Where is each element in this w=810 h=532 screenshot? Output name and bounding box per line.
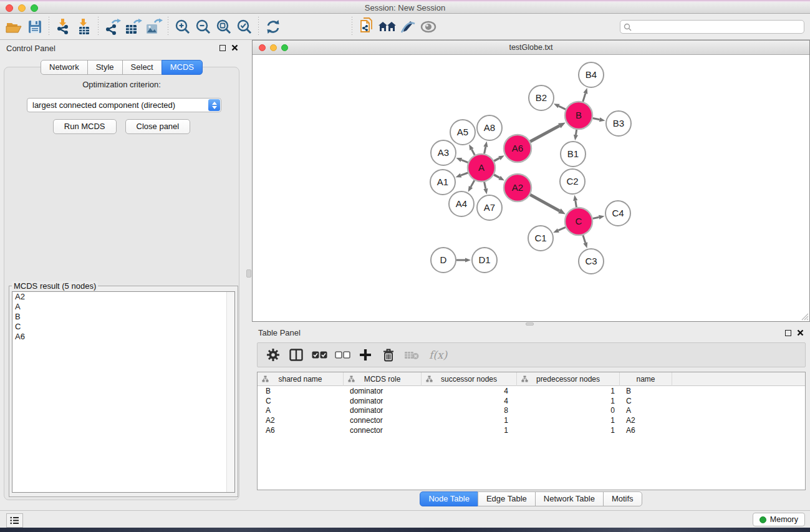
zoom-fit-button[interactable] [213,16,234,37]
result-item[interactable]: A6 [12,332,234,342]
select-all-rows-button[interactable] [311,346,327,364]
close-panel-icon[interactable] [231,44,238,51]
graph-node-C1[interactable]: C1 [528,226,553,251]
graph-node-A4[interactable]: A4 [449,191,474,216]
vertical-splitter-handle[interactable] [246,269,251,278]
cell-name[interactable]: B [620,387,672,395]
cell-name[interactable]: C [620,397,672,405]
edge-C-C4[interactable] [593,217,599,218]
cell-mcds-role[interactable]: dominator [344,387,422,395]
result-item[interactable]: A2 [12,292,234,302]
cell-predecessor-nodes[interactable]: 1 [517,387,620,395]
table-row[interactable]: A2 connector 1 1 A2 [258,415,805,425]
graph-node-B4[interactable]: B4 [579,62,604,87]
export-network-button[interactable] [102,16,123,37]
cell-shared-name[interactable]: A2 [258,416,344,425]
float-panel-icon[interactable] [219,45,226,51]
graph-node-A7[interactable]: A7 [477,195,502,220]
tab-network[interactable]: Network [41,60,88,75]
graph-node-C4[interactable]: C4 [605,201,630,226]
close-table-panel-icon[interactable] [797,329,804,336]
graph-node-C2[interactable]: C2 [560,169,585,194]
cell-successor-nodes[interactable]: 1 [422,416,517,425]
cell-successor-nodes[interactable]: 1 [422,426,517,435]
toggle-graphics-details-button[interactable] [418,16,438,37]
cell-successor-nodes[interactable]: 8 [422,406,517,415]
result-item[interactable]: B [12,312,234,322]
open-session-button[interactable] [4,16,24,37]
edge-A-A7[interactable] [485,182,486,189]
cell-name[interactable]: A [620,406,672,415]
result-item[interactable]: A [12,302,234,312]
graph-node-C[interactable]: C [565,208,592,235]
result-scrollbar[interactable] [226,292,234,492]
hide-annotations-button[interactable] [397,16,418,37]
tab-edge-table[interactable]: Edge Table [478,491,536,506]
float-table-panel-icon[interactable] [785,330,791,336]
graph-node-B2[interactable]: B2 [529,85,554,110]
graph-node-B3[interactable]: B3 [606,111,631,136]
graph-node-C3[interactable]: C3 [579,249,604,274]
close-panel-button[interactable]: Close panel [125,119,191,134]
show-log-button[interactable] [6,513,23,528]
graph-node-D[interactable]: D [431,248,456,273]
edge-A-A6[interactable] [494,158,499,162]
edge-B-B2[interactable] [559,106,566,109]
edge-A6-B[interactable] [530,126,559,142]
graph-node-B1[interactable]: B1 [561,142,586,167]
criterion-dropdown[interactable]: largest connected component (directed) [27,98,221,112]
run-mcds-button[interactable]: Run MCDS [53,119,117,134]
tab-mcds[interactable]: MCDS [162,60,203,75]
column-header-mcds-role[interactable]: MCDS role [344,372,422,386]
edge-C-C2[interactable] [576,201,577,208]
edge-A-A3[interactable] [461,160,468,162]
cell-shared-name[interactable]: A [258,406,344,415]
cell-predecessor-nodes[interactable]: 1 [517,416,620,425]
graph-node-A8[interactable]: A8 [477,115,502,140]
table-row[interactable]: A6 connector 1 1 A6 [258,425,805,435]
cell-shared-name[interactable]: A6 [258,426,344,435]
cell-name[interactable]: A6 [620,426,672,435]
search-input[interactable] [632,21,804,32]
column-header-shared-name[interactable]: shared name [258,372,344,386]
table-row[interactable]: A dominator 8 0 A [258,406,805,416]
tab-network-table[interactable]: Network Table [535,491,604,506]
graph-node-B[interactable]: B [565,102,592,129]
edge-B-B3[interactable] [593,118,600,120]
graph-node-A3[interactable]: A3 [431,140,456,165]
cell-mcds-role[interactable]: connector [344,416,422,425]
split-view-button[interactable] [288,346,304,364]
graph-node-A1[interactable]: A1 [430,170,455,195]
cell-mcds-role[interactable]: dominator [344,406,422,415]
export-image-button[interactable] [143,16,164,37]
edge-A-A4[interactable] [471,180,475,187]
cell-shared-name[interactable]: C [258,397,344,405]
table-row[interactable]: B dominator 4 1 B [258,386,805,396]
tab-motifs[interactable]: Motifs [603,491,642,506]
cell-mcds-role[interactable]: dominator [344,397,422,405]
cell-successor-nodes[interactable]: 4 [422,387,517,395]
column-header-name[interactable]: name [620,372,672,386]
zoom-out-button[interactable] [193,16,213,37]
mcds-result-list[interactable]: A2 A B C A6 [12,291,235,493]
memory-button[interactable]: Memory [753,513,805,526]
graph-node-A5[interactable]: A5 [450,120,475,145]
edge-C-C1[interactable] [558,227,566,230]
edge-A-A1[interactable] [461,173,468,175]
table-row[interactable]: C dominator 4 1 C [258,396,805,406]
edge-A-A8[interactable] [485,147,486,153]
tab-select[interactable]: Select [122,60,162,75]
import-network-button[interactable] [53,16,74,37]
cell-predecessor-nodes[interactable]: 0 [517,406,620,415]
column-header-successor-nodes[interactable]: successor nodes [422,372,517,386]
graph-node-A6[interactable]: A6 [504,135,531,162]
edge-A-A2[interactable] [494,175,499,178]
tab-style[interactable]: Style [87,60,123,75]
result-item[interactable]: C [12,322,234,332]
home-button[interactable] [377,16,397,37]
zoom-selected-button[interactable] [234,16,254,37]
graph-node-A[interactable]: A [468,154,495,181]
refresh-view-button[interactable] [263,16,283,37]
cell-successor-nodes[interactable]: 4 [422,397,517,405]
column-header-predecessor-nodes[interactable]: predecessor nodes [517,372,620,386]
